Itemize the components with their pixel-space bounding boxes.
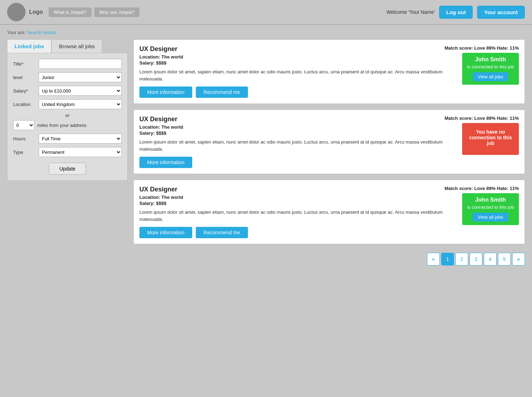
job-title: UX Designer [139,45,177,53]
title-label: Title* [13,61,39,67]
main-content: Linked jobs Browse all jobs Title* level… [7,39,525,250]
pagination-page-5[interactable]: 5 [498,253,511,265]
job-salary: Salary: $$$$ [139,130,462,136]
connection-label: is connected to this job [467,205,514,210]
breadcrumb-prefix: Your are: [7,30,26,35]
type-select[interactable]: Permanent Contract Temporary [39,147,122,157]
connection-name: John Smith [475,197,506,203]
more-info-button[interactable]: More information [139,227,192,238]
header: Logo What is Jobpal? Why use Jobpal? Wel… [0,0,532,25]
recommend-me-button[interactable]: Recommend me [196,86,248,98]
job-card: UX Designer Match score: Love 89% Hate: … [133,39,525,104]
job-card: UX Designer Match score: Love 89% Hate: … [133,110,525,174]
job-card-body-wrapper: Location: The world Salary: $$$$ Lorem i… [139,193,519,238]
level-label: level [13,75,39,80]
miles-label: miles from your address [37,123,87,128]
match-score: Match score: Love 89% Hate: 11% [444,186,519,191]
pagination-page-4[interactable]: 4 [484,253,497,265]
breadcrumb: Your are: Search results [7,30,525,35]
salary-select[interactable]: Up to £10,000 Up to £20,000 Up to £30,00… [39,86,122,96]
level-select[interactable]: Junior Mid Senior [39,72,122,82]
job-card-header: UX Designer Match score: Love 89% Hate: … [139,186,519,193]
logo-icon [7,3,26,21]
pagination-page-2[interactable]: 2 [455,253,468,265]
job-card: UX Designer Match score: Love 89% Hate: … [133,180,525,244]
miles-select[interactable]: 0 5 10 25 50 [13,120,34,130]
job-main: Location: The world Salary: $$$$ Lorem i… [139,123,462,168]
filter-hours-row: Hours Full Time Part Time [13,134,122,144]
job-salary: Salary: $$$$ [139,201,462,206]
location-select[interactable]: United Kingdom USA Europe [39,99,122,109]
location-label: Location [13,102,39,107]
tab-linked-jobs[interactable]: Linked jobs [7,39,51,53]
job-main: Location: The world Salary: $$$$ Lorem i… [139,53,462,98]
job-location: Location: The world [139,195,462,200]
title-input[interactable] [39,59,122,69]
connection-name: John Smith [475,56,506,63]
header-right: Welcome 'Your Name' Log out Your account [386,6,525,19]
pagination-next[interactable]: » [512,253,525,265]
job-card-body-wrapper: Location: The world Salary: $$$$ Lorem i… [139,53,519,98]
match-score: Match score: Love 89% Hate: 11% [444,116,519,121]
hours-label: Hours [13,136,39,141]
sidebar: Linked jobs Browse all jobs Title* level… [7,39,128,181]
job-title: UX Designer [139,186,177,193]
your-account-button[interactable]: Your account [477,6,525,19]
job-card-header: UX Designer Match score: Love 89% Hate: … [139,116,519,123]
pagination-prev[interactable]: « [427,253,440,265]
pagination-page-3[interactable]: 3 [470,253,482,265]
welcome-text: Welcome 'Your Name' [386,9,435,15]
more-info-button[interactable]: More information [139,86,192,98]
pagination-page-1[interactable]: 1 [441,253,454,265]
logo-text: Logo [29,9,43,15]
filter-level-row: level Junior Mid Senior [13,72,122,82]
job-main: Location: The world Salary: $$$$ Lorem i… [139,193,462,238]
connection-box: John Smith is connected to this job View… [462,53,519,85]
filter-salary-row: Salary* Up to £10,000 Up to £20,000 Up t… [13,86,122,96]
filter-type-row: Type Permanent Contract Temporary [13,147,122,157]
connection-label: You have no connection to this job [466,129,515,146]
more-info-button[interactable]: More information [139,157,192,168]
why-use-jobpal-button[interactable]: Why use Jobpal? [94,7,140,17]
miles-row: 0 5 10 25 50 miles from your address [13,120,122,130]
job-title: UX Designer [139,116,177,123]
connection-box: You have no connection to this job [462,123,519,155]
or-divider: or [13,113,122,118]
view-all-jobs-button[interactable]: View all jobs [473,213,508,222]
job-description: Lorem ipsum dolor sit amet, sapien etiam… [139,209,462,223]
update-button[interactable]: Update [49,163,85,175]
tab-browse-all-jobs[interactable]: Browse all jobs [51,39,102,53]
what-is-jobpal-button[interactable]: What is Jobpal? [49,7,92,17]
salary-label: Salary* [13,88,39,94]
filter-box: Title* level Junior Mid Senior Salary* [7,53,128,181]
filter-title-row: Title* [13,59,122,69]
job-card-body-wrapper: Location: The world Salary: $$$$ Lorem i… [139,123,519,168]
action-buttons: More information Recommend me [139,227,462,238]
action-buttons: More information Recommend me [139,86,462,98]
job-description: Lorem ipsum dolor sit amet, sapien etiam… [139,68,462,82]
job-location: Location: The world [139,54,462,60]
connection-label: is connected to this job [467,64,514,69]
job-card-header: UX Designer Match score: Love 89% Hate: … [139,45,519,53]
connection-box: John Smith is connected to this job View… [462,193,519,225]
job-salary: Salary: $$$$ [139,60,462,66]
action-buttons: More information [139,157,462,168]
job-location: Location: The world [139,124,462,130]
job-listings: UX Designer Match score: Love 89% Hate: … [133,39,525,250]
logout-button[interactable]: Log out [439,6,473,19]
filter-location-row: Location United Kingdom USA Europe [13,99,122,109]
page-wrapper: Your are: Search results Linked jobs Bro… [0,25,532,270]
breadcrumb-location[interactable]: Search results [27,30,56,35]
job-description: Lorem ipsum dolor sit amet, sapien etiam… [139,139,462,152]
tabs: Linked jobs Browse all jobs [7,39,128,53]
hours-select[interactable]: Full Time Part Time [39,134,122,144]
match-score: Match score: Love 89% Hate: 11% [444,45,519,51]
view-all-jobs-button[interactable]: View all jobs [473,72,508,81]
recommend-me-button[interactable]: Recommend me [196,227,248,238]
pagination: «12345» [7,253,525,265]
type-label: Type [13,150,39,155]
